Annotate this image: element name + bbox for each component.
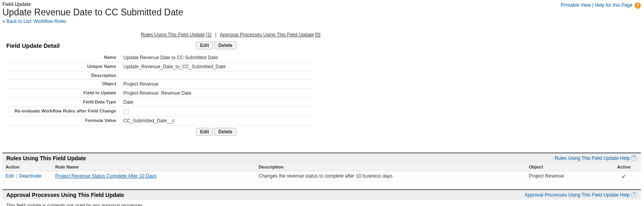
printable-view-link[interactable]: Printable View [561,2,591,8]
page-title: Update Revenue Date to CC Submitted Date [2,7,641,18]
cell-object: Project Revenue [526,171,607,182]
rule-deactivate-link[interactable]: Deactivate [19,173,42,179]
table-row: Edit | Deactivate Project Revenue Status… [2,171,641,182]
delete-button[interactable]: Delete [214,41,236,49]
detail-button-bar-bottom: Edit Delete [196,128,236,136]
rules-help-link[interactable]: Rules Using This Field Update Help [555,155,630,161]
detail-row-type: Field Data Type Date [4,98,312,107]
approvals-related-list: Approval Processes Using This Field Upda… [2,189,641,206]
col-object: Object [526,163,607,171]
col-rule-name: Rule Name [52,163,255,171]
rules-header-row: Action Rule Name Description Object Acti… [2,163,641,171]
check-icon: ✓ [621,173,626,180]
approvals-help-link[interactable]: Approval Processes Using This Field Upda… [525,192,630,198]
approvals-empty-message: This field update is currently not used … [2,200,641,206]
breadcrumb: Field Update [2,2,641,7]
value-unique-name: Update_Revenue_Date_to_CC_Submitted_Date [121,62,312,71]
detail-row-name: Name Update Revenue Date to CC Submitted… [4,53,312,62]
approvals-related-title: Approval Processes Using This Field Upda… [6,192,124,198]
rule-edit-link[interactable]: Edit [6,173,14,179]
edit-button[interactable]: Edit [196,41,213,49]
anchor-approvals-link[interactable]: Approval Processes Using This Field Upda… [220,32,314,37]
cell-rule-name: Project Revenue Status Complete After 10… [52,171,255,182]
cell-action: Edit | Deactivate [2,171,52,182]
anchor-separator: | [215,32,216,37]
rules-table: Action Rule Name Description Object Acti… [2,163,641,182]
anchor-rules-link[interactable]: Rules Using This Field Update [141,32,205,37]
back-link-row: « Back to List: Workflow Rules [2,19,641,24]
col-active: Active [607,163,641,171]
label-object: Object [4,80,121,89]
detail-row-description: Description [4,71,312,80]
value-object: Project Revenue [121,80,312,89]
rules-related-title: Rules Using This Field Update [6,155,86,161]
anchor-bar: Rules Using This Field Update [1] | Appr… [21,32,440,37]
help-icon[interactable]: ? [631,155,637,161]
reevaluate-checkbox [123,109,129,114]
label-reevaluate: Re-evaluate Workflow Rules after Field C… [4,107,121,116]
label-formula-value: Formula Value [4,116,121,125]
rules-related-header: Rules Using This Field Update Rules Usin… [2,154,641,163]
label-field-to-update: Field to Update [4,89,121,98]
cell-active: ✓ [607,171,641,182]
rule-name-link[interactable]: Project Revenue Status Complete After 10… [55,173,157,179]
anchor-approvals-count: [0] [315,32,320,37]
rules-related-list: Rules Using This Field Update Rules Usin… [2,152,641,182]
col-description: Description [255,163,526,171]
detail-row-object: Object Project Revenue [4,80,312,89]
label-field-data-type: Field Data Type [4,98,121,107]
value-formula-value: CC_Submitted_Date__c [121,116,312,125]
top-help-links: Printable View | Help for this Page ? [561,2,641,9]
approvals-related-header: Approval Processes Using This Field Upda… [2,190,641,200]
label-name: Name [4,53,121,62]
value-field-to-update: Project Revenue: Revenue Date [121,89,312,98]
detail-row-unique: Unique Name Update_Revenue_Date_to_CC_Su… [4,62,312,71]
value-description [121,71,312,80]
detail-row-reeval: Re-evaluate Workflow Rules after Field C… [4,107,312,116]
detail-row-formula: Formula Value CC_Submitted_Date__c [4,116,312,125]
cell-description: Changes the revenue status to complete a… [255,171,526,182]
detail-row-field: Field to Update Project Revenue: Revenue… [4,89,312,98]
page-header: Field Update Update Revenue Date to CC S… [2,2,641,24]
detail-button-bar-top: Edit Delete [196,41,236,49]
help-icon[interactable]: ? [635,2,641,9]
detail-heading: Field Update Detail [2,41,64,51]
label-unique-name: Unique Name [4,62,121,71]
anchor-rules-count: [1] [206,32,212,37]
col-action: Action [2,163,52,171]
detail-table: Name Update Revenue Date to CC Submitted… [4,53,312,125]
value-field-data-type: Date [121,98,312,107]
help-icon[interactable]: ? [631,192,637,198]
label-description: Description [4,71,121,80]
value-reevaluate [121,107,312,116]
back-to-list-link[interactable]: Back to List: Workflow Rules [6,19,66,24]
delete-button-bottom[interactable]: Delete [214,128,236,136]
help-page-link[interactable]: Help for this Page [595,2,632,8]
value-name: Update Revenue Date to CC Submitted Date [121,53,312,62]
edit-button-bottom[interactable]: Edit [196,128,213,136]
